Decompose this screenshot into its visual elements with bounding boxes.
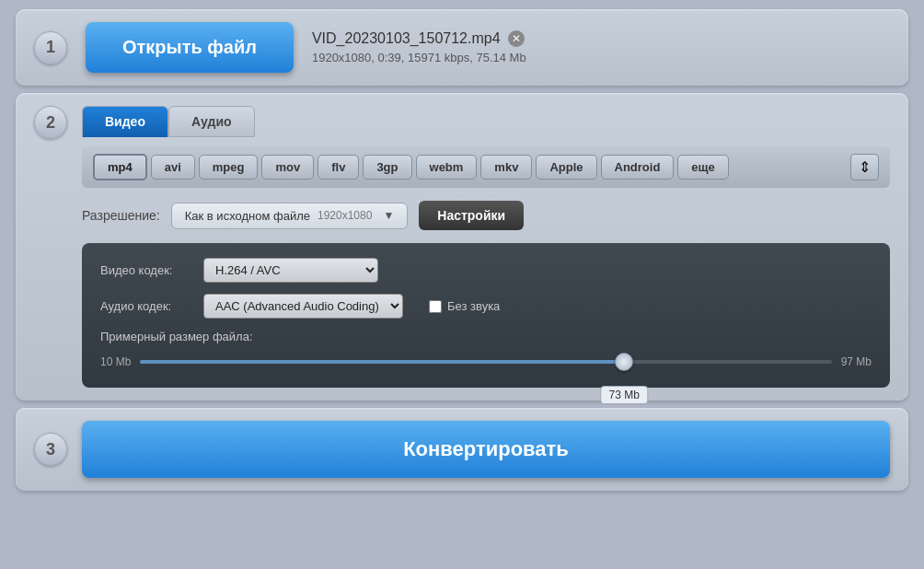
scroll-icon[interactable]: ⇕ — [850, 154, 879, 180]
file-name-row: VID_20230103_150712.mp4 ✕ — [312, 30, 526, 47]
format-btn-apple[interactable]: Apple — [536, 155, 596, 180]
tab-video[interactable]: Видео — [82, 106, 168, 137]
section-2: 2 Видео Аудио mp4 avi mpeg mov flv 3gp w… — [16, 93, 908, 401]
size-max: 97 Mb — [841, 355, 872, 368]
close-icon[interactable]: ✕ — [508, 30, 525, 47]
step-number-2: 2 — [34, 106, 67, 139]
file-size-label: Примерный размер файла: — [100, 330, 872, 343]
step-number-1: 1 — [34, 31, 67, 64]
format-btn-android[interactable]: Android — [601, 155, 675, 180]
video-codec-select[interactable]: H.264 / AVC — [203, 258, 378, 283]
format-btn-mp4[interactable]: mp4 — [93, 154, 147, 180]
settings-button[interactable]: Настройки — [419, 201, 524, 230]
format-btn-mov[interactable]: mov — [261, 155, 314, 180]
section-1: 1 Открыть файл VID_20230103_150712.mp4 ✕… — [16, 9, 908, 86]
slider-thumb[interactable] — [615, 353, 633, 371]
file-info: VID_20230103_150712.mp4 ✕ 1920x1080, 0:3… — [312, 30, 526, 64]
resolution-select[interactable]: Как в исходном файле 1920x1080 ▼ — [171, 203, 409, 229]
audio-codec-label: Аудио кодек: — [100, 299, 192, 313]
settings-panel: Видео кодек: H.264 / AVC Аудио кодек: AA… — [82, 243, 890, 388]
chevron-down-icon: ▼ — [383, 209, 394, 222]
video-codec-label: Видео кодек: — [100, 263, 192, 277]
slider-row: 10 Mb 73 Mb 97 Mb — [100, 351, 872, 373]
video-codec-row: Видео кодек: H.264 / AVC — [100, 258, 872, 283]
format-btn-flv[interactable]: flv — [318, 155, 359, 180]
resolution-meta: 1920x1080 — [318, 209, 372, 222]
resolution-label: Разрешение: — [82, 208, 160, 223]
audio-codec-row: Аудио кодек: AAC (Advanced Audio Coding)… — [100, 294, 872, 319]
tabs: Видео Аудио — [82, 106, 890, 137]
file-meta: 1920x1080, 0:39, 15971 kbps, 75.14 Mb — [312, 51, 526, 64]
format-btn-3gp[interactable]: 3gp — [363, 155, 411, 180]
audio-codec-select[interactable]: AAC (Advanced Audio Coding) — [203, 294, 403, 319]
resolution-row: Разрешение: Как в исходном файле 1920x10… — [82, 197, 890, 234]
slider-track: 73 Mb — [140, 360, 831, 364]
mute-row: Без звука — [429, 299, 500, 313]
format-btn-avi[interactable]: avi — [151, 155, 195, 180]
open-file-button[interactable]: Открыть файл — [86, 22, 294, 73]
format-btn-mpeg[interactable]: mpeg — [199, 155, 259, 180]
section-3: 3 Конвертировать — [16, 408, 908, 491]
file-size-section: Примерный размер файла: 10 Mb 73 Mb 97 M… — [100, 330, 872, 373]
convert-button[interactable]: Конвертировать — [82, 421, 890, 478]
format-btn-more[interactable]: еще — [677, 155, 728, 180]
format-btn-mkv[interactable]: mkv — [480, 155, 532, 180]
section-2-content: Видео Аудио mp4 avi mpeg mov flv 3gp web… — [82, 106, 890, 388]
file-name: VID_20230103_150712.mp4 — [312, 30, 501, 47]
slider-value-bubble: 73 Mb — [601, 386, 648, 404]
format-btn-webm[interactable]: webm — [416, 155, 478, 180]
resolution-value: Как в исходном файле — [185, 209, 310, 223]
tab-audio[interactable]: Аудио — [168, 106, 255, 137]
step-number-3: 3 — [34, 433, 67, 466]
format-row: mp4 avi mpeg mov flv 3gp webm mkv Apple … — [82, 146, 890, 188]
slider-container: 73 Mb — [140, 351, 831, 373]
mute-label: Без звука — [447, 299, 500, 313]
mute-checkbox[interactable] — [429, 300, 442, 313]
size-min: 10 Mb — [100, 355, 131, 368]
